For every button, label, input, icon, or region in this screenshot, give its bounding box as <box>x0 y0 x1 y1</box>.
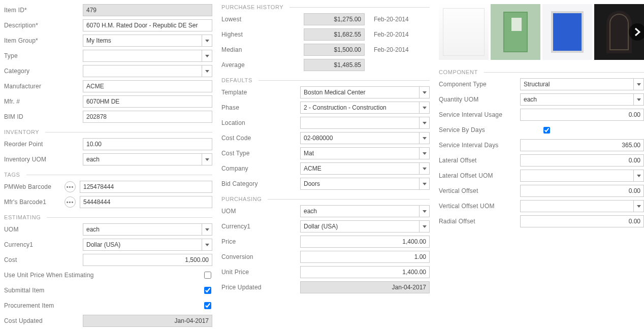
label-cost: Cost <box>4 256 83 263</box>
item-group-select[interactable]: My Items <box>83 35 212 47</box>
chevron-down-icon <box>202 224 212 235</box>
use-unit-price-checkbox[interactable] <box>204 272 211 279</box>
unit-price-input[interactable] <box>300 266 430 278</box>
label-manufacturer: Manufacturer <box>4 83 83 90</box>
pmweb-barcode-more-button[interactable]: ••• <box>65 181 76 192</box>
reorder-point-input[interactable] <box>83 138 212 150</box>
submittal-item-checkbox[interactable] <box>204 287 211 294</box>
section-defaults: DEFAULTS <box>221 77 430 83</box>
component-type-select[interactable]: Structural <box>520 78 644 90</box>
chevron-down-icon <box>419 102 429 113</box>
service-interval-days-input[interactable] <box>520 139 644 151</box>
median-date: Feb-20-2014 <box>374 46 409 53</box>
label-service-interval-usage: Service Interval Usage <box>439 111 520 118</box>
bid-category-select[interactable]: Doors <box>300 178 430 190</box>
label-price-updated: Price Updated <box>221 284 300 291</box>
label-service-interval-days: Service Interval Days <box>439 142 520 149</box>
label-cost-code: Cost Code <box>221 135 300 142</box>
label-lateral-offset: Lateral Offset <box>439 157 520 164</box>
phase-select[interactable]: 2 - Construction - Construction <box>300 102 430 114</box>
label-average: Average <box>221 61 300 69</box>
company-select[interactable]: ACME <box>300 162 430 175</box>
image-carousel[interactable] <box>439 4 644 60</box>
label-est-uom: UOM <box>4 226 83 233</box>
label-inventory-uom: Inventory UOM <box>4 156 83 163</box>
section-component: COMPONENT <box>439 69 644 75</box>
label-type: Type <box>4 52 83 59</box>
est-uom-select[interactable]: each <box>83 223 212 236</box>
thumbnail-image[interactable] <box>542 4 592 60</box>
chevron-down-icon <box>633 201 643 212</box>
label-reorder-point: Reorder Point <box>4 141 83 148</box>
label-company: Company <box>221 165 300 172</box>
label-bid-category: Bid Category <box>221 180 300 187</box>
thumbnail-image[interactable] <box>491 4 540 60</box>
est-currency-select[interactable]: Dollar (USA) <box>83 239 212 251</box>
service-interval-usage-input[interactable] <box>520 109 644 121</box>
conversion-input[interactable] <box>300 251 430 263</box>
purch-currency-select[interactable]: Dollar (USA) <box>300 220 430 233</box>
lowest-date: Feb-20-2014 <box>374 16 409 23</box>
label-template: Template <box>221 89 300 96</box>
section-purchasing: PURCHASING <box>221 196 430 202</box>
label-pmweb-barcode: PMWeb Barcode <box>4 183 68 190</box>
mfr-no-input[interactable] <box>83 95 212 108</box>
section-purchase-history: PURCHASE HISTORY <box>221 4 430 10</box>
cost-type-select[interactable]: Mat <box>300 147 430 159</box>
label-highest: Highest <box>221 31 300 38</box>
cost-input[interactable] <box>83 254 212 266</box>
label-lateral-offset-uom: Lateral Offset UOM <box>439 172 520 179</box>
average-value: $1,485.85 <box>304 59 365 71</box>
label-cost-type: Cost Type <box>221 150 300 157</box>
cost-code-select[interactable]: 02-080000 <box>300 132 430 144</box>
label-submittal-item: Submittal Item <box>4 287 108 294</box>
vertical-offset-input[interactable] <box>520 185 644 197</box>
chevron-down-icon <box>419 221 429 232</box>
label-mfr-no: Mfr. # <box>4 98 83 105</box>
mfr-barcode1-input[interactable] <box>80 196 212 208</box>
quantity-uom-select[interactable]: each <box>520 93 644 106</box>
lateral-offset-uom-select[interactable] <box>520 170 644 182</box>
chevron-down-icon <box>419 87 429 98</box>
service-by-days-checkbox[interactable] <box>543 127 550 134</box>
label-phase: Phase <box>221 104 300 111</box>
chevron-down-icon <box>202 50 212 61</box>
bim-id-input[interactable] <box>83 111 212 123</box>
carousel-next-button[interactable] <box>629 23 644 41</box>
label-service-by-days: Service By Days <box>439 126 541 134</box>
template-select[interactable]: Boston Medical Center <box>300 86 430 98</box>
lateral-offset-input[interactable] <box>520 154 644 167</box>
section-estimating: ESTIMATING <box>4 214 212 220</box>
inventory-uom-select[interactable]: each <box>83 153 212 165</box>
label-vertical-offset-uom: Vertical Offset UOM <box>439 203 520 210</box>
label-unit-price: Unit Price <box>221 269 300 276</box>
col-item-details: Item ID* 479 Description* Item Group* My… <box>4 4 212 330</box>
radial-offset-input[interactable] <box>520 215 644 227</box>
price-updated-field: Jan-04-2017 <box>300 281 430 293</box>
label-description: Description* <box>4 22 83 29</box>
label-location: Location <box>221 119 300 126</box>
location-select[interactable] <box>300 117 430 129</box>
thumbnail-image[interactable] <box>439 4 489 60</box>
purch-uom-select[interactable]: each <box>300 205 430 217</box>
label-item-group: Item Group* <box>4 37 83 44</box>
pmweb-barcode-input[interactable] <box>80 181 212 193</box>
price-input[interactable] <box>300 236 430 248</box>
type-select[interactable] <box>83 50 212 62</box>
label-est-currency: Currency1 <box>4 241 83 248</box>
category-select[interactable] <box>83 65 212 77</box>
label-vertical-offset: Vertical Offset <box>439 187 520 194</box>
description-input[interactable] <box>83 19 212 31</box>
manufacturer-input[interactable] <box>83 80 212 92</box>
label-cost-updated: Cost Updated <box>4 317 83 324</box>
mfr-barcode1-more-button[interactable]: ••• <box>65 196 76 208</box>
chevron-down-icon <box>202 35 212 46</box>
chevron-down-icon <box>633 94 643 105</box>
label-mfr-barcode1: Mfr's Barcode1 <box>4 198 68 206</box>
label-median: Median <box>221 46 300 53</box>
section-inventory: INVENTORY <box>4 129 212 135</box>
vertical-offset-uom-select[interactable] <box>520 200 644 212</box>
label-lowest: Lowest <box>221 16 300 23</box>
procurement-item-checkbox[interactable] <box>204 302 211 309</box>
label-component-type: Component Type <box>439 81 520 88</box>
